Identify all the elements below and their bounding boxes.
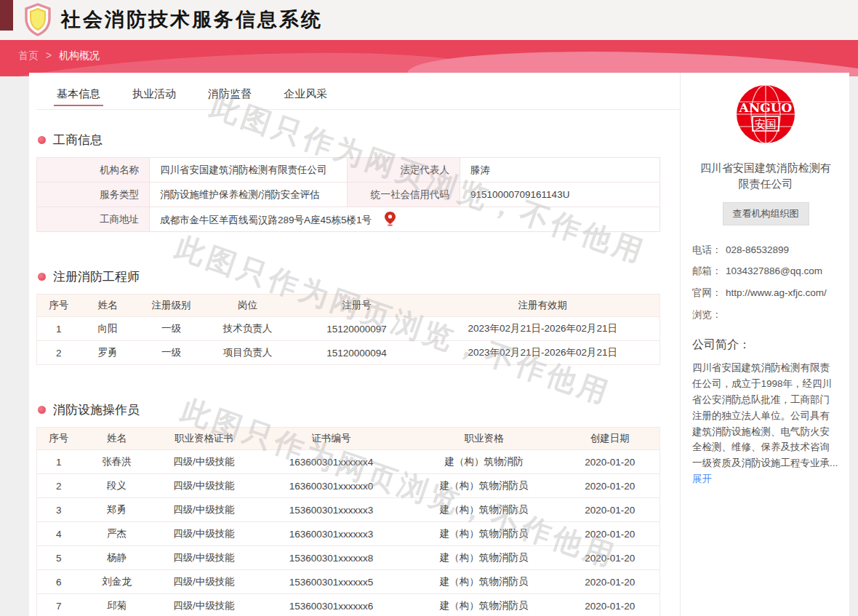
table-cell: 15120000094 [288, 341, 426, 365]
operators-table: 序号姓名职业资格证书证书编号职业资格创建日期1张春洪四级/中级技能1636003… [36, 427, 660, 616]
column-header: 注册级别 [135, 295, 208, 317]
sidebar-company-name: 四川省安国建筑消防检测有限责任公司 [692, 160, 839, 192]
table-cell: 项目负责人 [208, 341, 288, 365]
table-cell: 153600301xxxxxx6 [255, 594, 408, 616]
breadcrumb-current: 机构概况 [59, 49, 100, 61]
table-cell: 一级 [135, 317, 208, 341]
contact-label: 电话： [692, 243, 726, 258]
table-cell: 4 [37, 522, 81, 546]
table-row: 2段义四级/中级技能163600301xxxxxx0建（构）筑物消防员2020-… [37, 474, 660, 498]
table-row: 6刘金龙四级/中级技能153600301xxxxxx5建（构）筑物消防员2020… [37, 570, 660, 594]
table-row: 7邱菊四级/中级技能153600301xxxxxx6建（构）筑物消防员2020-… [37, 594, 660, 616]
contact-row: 官网：http://www.ag-xfjc.com/ [692, 286, 839, 301]
company-intro-text: 四川省安国建筑消防检测有限责任公司，成立于1998年，经四川省公安消防总队批准，… [692, 360, 839, 471]
table-cell: 2023年02月21日-2026年02月21日 [426, 341, 660, 365]
section-engineers: 注册消防工程师 [38, 268, 680, 285]
address-cell: 成都市金牛区羊西线蜀汉路289号A座45栋5楼1号 [150, 207, 660, 232]
contact-value: 1034327886@qq.com [726, 264, 822, 279]
contact-row: 浏览： [692, 308, 839, 323]
sidebar: ANGUO 安国 四川省安国建筑消防检测有限责任公司 查看机构组织图 电话：02… [680, 73, 849, 616]
section-bullet-icon [38, 136, 46, 144]
contact-label: 官网： [692, 286, 726, 301]
table-cell: 2020-01-20 [561, 546, 660, 570]
table-cell: 163600301xxxxxx0 [255, 474, 408, 498]
table-cell: 郑勇 [81, 498, 153, 522]
table-row: 机构名称 四川省安国建筑消防检测有限责任公司 法定代表人 滕涛 [37, 158, 660, 183]
map-pin-icon[interactable] [385, 212, 396, 226]
tab-company-gallery[interactable]: 企业风采 [284, 87, 327, 109]
wave-decoration [406, 44, 858, 76]
table-row: 4严杰四级/中级技能163600301xxxxxx3建（构）筑物消防员2020-… [37, 522, 660, 546]
section-bullet-icon [38, 406, 46, 414]
table-header-row: 序号姓名注册级别岗位注册号注册有效期 [37, 295, 660, 317]
table-cell: 杨静 [81, 546, 153, 570]
table-cell: 2 [37, 341, 81, 365]
table-cell: 刘金龙 [81, 570, 153, 594]
tab-practice-activity[interactable]: 执业活动 [132, 87, 176, 109]
table-cell: 向阳 [81, 317, 135, 341]
table-cell: 2 [37, 474, 81, 498]
table-cell: 罗勇 [81, 341, 135, 365]
table-cell: 一级 [135, 341, 208, 365]
field-label: 服务类型 [37, 183, 150, 207]
breadcrumb-home-link[interactable]: 首页 [18, 49, 39, 61]
org-name-value: 四川省安国建筑消防检测有限责任公司 [150, 158, 348, 183]
table-cell: 建（构）筑物消防员 [408, 570, 561, 594]
table-cell: 5 [37, 546, 81, 570]
content-card: 基本信息 执业活动 消防监督 企业风采 工商信息 机构名称 四川省安国建筑消防检… [29, 73, 849, 616]
column-header: 姓名 [81, 428, 153, 450]
field-label: 法定代表人 [348, 158, 460, 183]
table-cell: 严杰 [81, 522, 153, 546]
table-row: 服务类型 消防设施维护保养检测/消防安全评估 统一社会信用代码 91510000… [37, 183, 660, 207]
contact-value: http://www.ag-xfjc.com/ [726, 286, 827, 301]
breadcrumb-separator: > [46, 49, 52, 61]
contact-row: 电话：028-86532899 [692, 243, 839, 258]
section-title: 消防设施操作员 [53, 401, 140, 418]
main-content: 基本信息 执业活动 消防监督 企业风采 工商信息 机构名称 四川省安国建筑消防检… [29, 73, 680, 616]
table-cell: 四级/中级技能 [153, 522, 255, 546]
table-cell: 2020-01-20 [561, 594, 660, 616]
table-cell: 建（构）筑物消防员 [408, 594, 561, 616]
tab-basic-info[interactable]: 基本信息 [57, 87, 100, 109]
column-header: 职业资格 [408, 428, 561, 450]
section-business-info: 工商信息 [38, 132, 680, 148]
company-logo-anguo: ANGUO 安国 [736, 84, 795, 144]
table-header-row: 序号姓名职业资格证书证书编号职业资格创建日期 [37, 428, 660, 450]
table-cell: 1 [37, 450, 81, 474]
column-header: 序号 [37, 295, 81, 317]
field-label: 工商地址 [37, 207, 150, 232]
logo-text-en: ANGUO [739, 100, 793, 115]
table-row: 2罗勇一级项目负责人151200000942023年02月21日-2026年02… [37, 341, 660, 365]
section-title: 注册消防工程师 [53, 268, 140, 285]
breadcrumb-band: 首页 > 机构概况 [0, 40, 858, 76]
table-cell: 邱菊 [81, 594, 153, 616]
table-cell: 段义 [81, 474, 153, 498]
breadcrumb: 首页 > 机构概况 [18, 49, 100, 63]
column-header: 创建日期 [561, 428, 660, 450]
table-cell: 2023年02月21日-2026年02月21日 [426, 317, 660, 341]
table-cell: 建（构）筑物消防员 [408, 498, 561, 522]
section-title: 工商信息 [53, 132, 103, 148]
table-cell: 建（构）筑物消防员 [408, 522, 561, 546]
section-operators: 消防设施操作员 [38, 401, 680, 418]
field-label: 统一社会信用代码 [348, 183, 460, 207]
view-org-chart-button[interactable]: 查看机构组织图 [723, 202, 809, 225]
table-cell: 153600301xxxxxx5 [255, 570, 408, 594]
service-type-value: 消防设施维护保养检测/消防安全评估 [150, 183, 348, 207]
table-cell: 四级/中级技能 [153, 450, 255, 474]
table-row: 1向阳一级技术负责人151200000972023年02月21日-2026年02… [37, 317, 660, 341]
table-cell: 张春洪 [81, 450, 153, 474]
expand-link[interactable]: 展开 [692, 473, 712, 486]
table-cell: 建（构）筑物消防员 [408, 546, 561, 570]
table-cell: 153600301xxxxxx3 [255, 498, 408, 522]
legal-rep-value: 滕涛 [460, 158, 660, 183]
tab-fire-supervision[interactable]: 消防监督 [208, 87, 252, 109]
credit-code-value: 91510000709161143U [460, 183, 660, 207]
table-row: 3郑勇四级/中级技能153600301xxxxxx3建（构）筑物消防员2020-… [37, 498, 660, 522]
table-cell: 建（构）筑物消防员 [408, 474, 561, 498]
table-row: 5杨静四级/中级技能153600301xxxxxx8建（构）筑物消防员2020-… [37, 546, 660, 570]
shield-logo-icon [23, 3, 52, 36]
table-cell: 建（构）筑物消防 [408, 450, 561, 474]
logo-text-cn: 安国 [755, 118, 777, 131]
corner-decoration [0, 0, 13, 31]
